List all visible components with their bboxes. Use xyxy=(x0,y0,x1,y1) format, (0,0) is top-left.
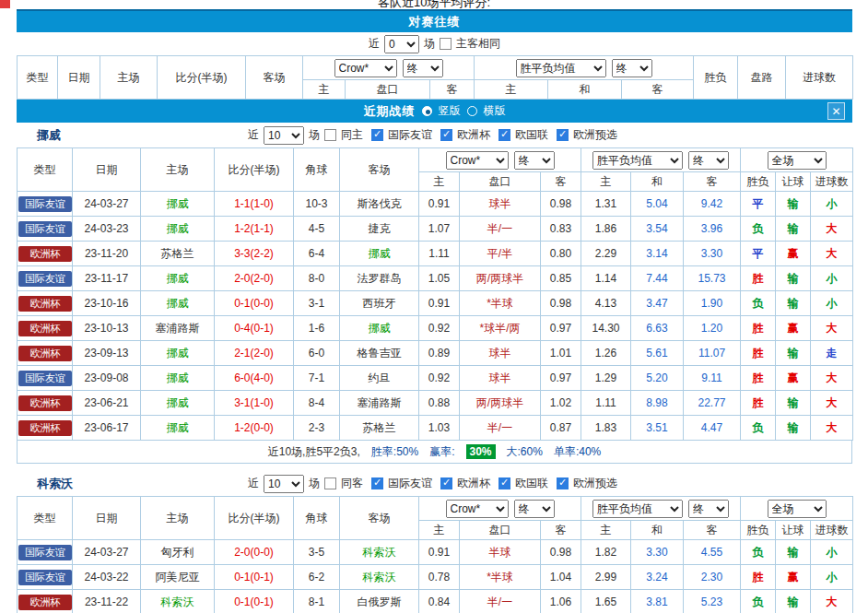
home-team[interactable]: 挪威 xyxy=(141,341,215,366)
home-team[interactable]: 挪威 xyxy=(141,391,215,416)
odds-time-select[interactable]: 终 xyxy=(514,500,555,518)
away-team[interactable]: 挪威 xyxy=(340,242,419,266)
avg-time-select[interactable]: 终 xyxy=(612,59,652,77)
home-team[interactable]: 挪威 xyxy=(141,192,215,217)
away-team[interactable]: 斯洛伐克 xyxy=(340,192,419,217)
odds-company-select[interactable]: Crow* xyxy=(446,151,509,170)
away-team[interactable]: 捷克 xyxy=(340,217,419,242)
home-team[interactable]: 挪威 xyxy=(141,266,215,291)
team-name: 挪威 xyxy=(37,127,61,144)
h2h-title: 对赛往绩 xyxy=(409,14,461,30)
same-venue-checkbox[interactable] xyxy=(324,129,336,141)
match-score[interactable]: 3-1(1-0) xyxy=(215,391,294,416)
match-score[interactable]: 1-2(0-0) xyxy=(215,416,294,441)
match-score[interactable]: 0-1(0-1) xyxy=(215,590,294,613)
vertical-layout-radio[interactable] xyxy=(422,106,432,116)
home-team[interactable]: 挪威 xyxy=(141,416,215,441)
away-team[interactable]: 科索沃 xyxy=(340,565,419,590)
competition-badge: 欧洲杯 xyxy=(18,321,72,336)
away-avg-rating-label: 客队近10场平均评分: xyxy=(0,0,868,9)
avg-odds-select[interactable]: 胜平负均值 xyxy=(592,500,683,518)
match-score[interactable]: 2-0(0-0) xyxy=(215,540,294,565)
goals-flag: 大 xyxy=(811,366,853,391)
home-team[interactable]: 挪威 xyxy=(141,291,215,316)
col-type: 类型 xyxy=(18,56,58,100)
avg-draw-odds: 3.30 xyxy=(631,540,684,565)
near-label: 近 xyxy=(248,476,259,491)
avg-time-select[interactable]: 终 xyxy=(688,500,729,518)
crow-home-odds: 0.91 xyxy=(419,291,460,316)
subcol-handicap: 盘口 xyxy=(460,521,541,540)
match-type-cell: 欧洲杯 xyxy=(18,242,73,266)
match-score[interactable]: 3-3(2-2) xyxy=(215,242,294,266)
avg-away-odds: 9.42 xyxy=(684,192,741,217)
same-venue-checkbox[interactable] xyxy=(324,477,336,489)
col-goals: 进球数 xyxy=(811,521,853,540)
home-team[interactable]: 科索沃 xyxy=(141,590,215,613)
competition-nationsleague-checkbox[interactable] xyxy=(499,129,510,141)
away-team[interactable]: 苏格兰 xyxy=(340,416,419,441)
away-team[interactable]: 挪威 xyxy=(340,316,419,341)
recent-filter-row: 近 10 场 同客 国际友谊 欧洲杯 欧国联 欧洲预选 xyxy=(248,475,621,493)
odds-time-select[interactable]: 终 xyxy=(514,151,555,170)
competition-friendly-checkbox[interactable] xyxy=(371,129,383,141)
avg-odds-select[interactable]: 胜平负均值 xyxy=(516,59,606,77)
match-score[interactable]: 2-1(2-0) xyxy=(215,341,294,366)
recent-count-select[interactable]: 10 xyxy=(264,126,304,145)
away-team[interactable]: 法罗群岛 xyxy=(340,266,419,291)
away-team[interactable]: 格鲁吉亚 xyxy=(340,341,419,366)
avg-odds-select[interactable]: 胜平负均值 xyxy=(592,151,683,170)
result-flag: 胜 xyxy=(741,266,776,291)
away-team[interactable]: 约旦 xyxy=(340,366,419,391)
col-home: 主场 xyxy=(141,148,215,192)
match-type-cell: 欧洲杯 xyxy=(18,316,73,341)
competition-friendly-checkbox[interactable] xyxy=(371,477,383,489)
odds-select-cell: Crow* 终 xyxy=(419,148,581,172)
home-team[interactable]: 挪威 xyxy=(141,366,215,391)
away-team[interactable]: 白俄罗斯 xyxy=(340,590,419,613)
competition-nationsleague-checkbox[interactable] xyxy=(499,477,510,489)
games-label: 场 xyxy=(424,36,435,52)
odds-company-select[interactable]: Crow* xyxy=(446,500,509,518)
team-section-header-kosovo: 科索沃 近 10 场 同客 国际友谊 欧洲杯 欧国联 欧洲预选 xyxy=(17,471,852,496)
recent-count-select[interactable]: 10 xyxy=(264,475,304,493)
home-team[interactable]: 苏格兰 xyxy=(141,242,215,266)
match-score[interactable]: 1-2(1-1) xyxy=(215,217,294,242)
match-score[interactable]: 1-1(1-0) xyxy=(215,192,294,217)
match-score[interactable]: 2-0(2-0) xyxy=(215,266,294,291)
odds-time-select[interactable]: 终 xyxy=(403,59,443,77)
summary-odd-rate: 单率:40% xyxy=(554,444,601,460)
home-team[interactable]: 塞浦路斯 xyxy=(141,316,215,341)
corner-score: 3-1 xyxy=(294,291,340,316)
away-team[interactable]: 西班牙 xyxy=(340,291,419,316)
away-team[interactable]: 科索沃 xyxy=(340,540,419,565)
scope-select[interactable]: 全场 xyxy=(768,500,827,518)
avg-time-select[interactable]: 终 xyxy=(688,151,729,170)
same-home-away-checkbox[interactable] xyxy=(440,38,452,50)
scope-select-cell: 全场 xyxy=(741,497,853,521)
avg-away-odds: 2.30 xyxy=(684,565,741,590)
match-score[interactable]: 0-4(0-1) xyxy=(215,316,294,341)
match-type-cell: 欧洲杯 xyxy=(18,590,73,613)
competition-euroqualifier-checkbox[interactable] xyxy=(557,129,569,141)
away-team[interactable]: 塞浦路斯 xyxy=(340,391,419,416)
col-date: 日期 xyxy=(73,497,141,540)
result-flag: 胜 xyxy=(741,366,776,391)
summary-cover-badge: 30% xyxy=(466,444,496,459)
competition-euroqualifier-checkbox[interactable] xyxy=(557,477,569,489)
horizontal-layout-radio[interactable] xyxy=(467,106,477,116)
same-venue-label: 同主 xyxy=(341,127,363,143)
home-team[interactable]: 匈牙利 xyxy=(141,540,215,565)
competition-euro-checkbox[interactable] xyxy=(440,129,452,141)
home-team[interactable]: 阿美尼亚 xyxy=(141,565,215,590)
competition-euro-checkbox[interactable] xyxy=(440,477,452,489)
close-icon[interactable]: ✕ xyxy=(827,102,845,120)
goals-flag: 小 xyxy=(811,266,853,291)
match-score[interactable]: 0-1(0-0) xyxy=(215,291,294,316)
h2h-count-select[interactable]: 0 xyxy=(384,35,419,53)
match-score[interactable]: 6-0(4-0) xyxy=(215,366,294,391)
scope-select[interactable]: 全场 xyxy=(768,151,827,170)
odds-company-select[interactable]: Crow* xyxy=(334,59,397,77)
home-team[interactable]: 挪威 xyxy=(141,217,215,242)
match-score[interactable]: 0-1(0-1) xyxy=(215,565,294,590)
